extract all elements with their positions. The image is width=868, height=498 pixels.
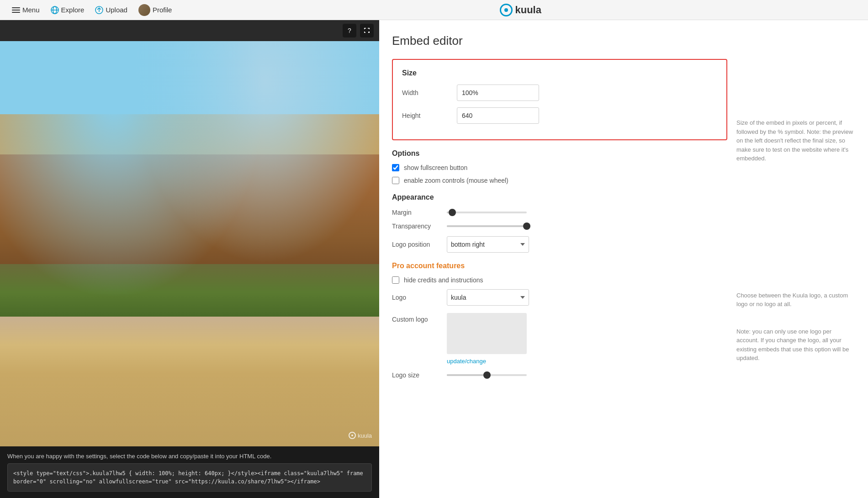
width-row: Width <box>402 85 717 101</box>
logo-select[interactable]: kuula custom none <box>447 289 529 306</box>
transparency-slider-thumb[interactable] <box>523 223 530 230</box>
watermark: kuula <box>349 432 372 439</box>
update-change-link[interactable]: update/change <box>447 358 486 365</box>
logo-row: Logo kuula custom none <box>392 289 727 306</box>
hide-credits-label[interactable]: hide credits and instructions <box>404 276 483 284</box>
pro-section: Pro account features hide credits and in… <box>392 262 727 379</box>
logo-upload-box[interactable] <box>447 313 527 354</box>
custom-logo-label: Custom logo <box>392 313 447 323</box>
size-section: Size Width Height <box>392 59 727 140</box>
custom-logo-note: Note: you can only use one logo per acco… <box>736 327 855 363</box>
margin-row: Margin <box>392 209 727 216</box>
kuula-logo-icon <box>500 4 513 16</box>
custom-logo-row: Custom logo update/change <box>392 313 727 365</box>
hide-credits-checkbox[interactable] <box>392 276 399 284</box>
watermark-text: kuula <box>358 432 372 439</box>
avatar <box>138 4 150 16</box>
explore-icon <box>51 6 59 14</box>
fullscreen-checkbox[interactable] <box>392 164 399 171</box>
logo-note-block: Choose between the Kuula logo, a custom … <box>736 291 855 309</box>
appearance-section: Appearance Margin Transparency <box>392 193 727 253</box>
width-input[interactable] <box>457 85 539 101</box>
editor-title: Embed editor <box>392 34 855 48</box>
transparency-label: Transparency <box>392 223 447 230</box>
height-row: Height <box>402 107 717 124</box>
menu-button[interactable]: Menu <box>7 4 44 16</box>
explore-label: Explore <box>61 6 85 14</box>
logo-size-slider-track <box>447 374 527 376</box>
margin-slider-track <box>447 212 527 213</box>
transparency-row: Transparency <box>392 223 727 230</box>
top-navigation: Menu Explore Upload Profile <box>0 0 868 20</box>
upload-label: Upload <box>106 6 127 14</box>
margin-slider-thumb[interactable] <box>449 209 456 216</box>
preview-code-area: When you are happy with the settings, se… <box>0 446 379 498</box>
nav-center: kuula <box>180 4 861 16</box>
zoom-label[interactable]: enable zoom controls (mouse wheel) <box>404 177 508 184</box>
custom-logo-note-block: Note: you can only use one logo per acco… <box>736 327 855 363</box>
size-note-block: Size of the embed in pixels or percent, … <box>736 118 855 163</box>
size-note: Size of the embed in pixels or percent, … <box>736 118 855 163</box>
upload-nav-item[interactable]: Upload <box>90 4 132 16</box>
logo-note: Choose between the Kuula logo, a custom … <box>736 291 855 309</box>
help-button[interactable]: ? <box>343 24 356 37</box>
code-hint: When you are happy with the settings, se… <box>7 453 372 460</box>
transparency-slider-track <box>447 225 527 227</box>
custom-logo-upload: update/change <box>447 313 527 365</box>
zoom-checkbox[interactable] <box>392 177 399 184</box>
logo-size-label: Logo size <box>392 371 447 379</box>
nav-left: Menu Explore Upload Profile <box>7 2 176 18</box>
fullscreen-label[interactable]: show fullscreen button <box>404 164 467 171</box>
height-input[interactable] <box>457 107 539 124</box>
logo-position-row: Logo position top left top right bottom … <box>392 236 727 253</box>
editor-panel: Embed editor Size Width Height <box>379 20 868 498</box>
preview-toolbar: ? <box>0 20 379 41</box>
logo-size-slider-thumb[interactable] <box>483 371 491 379</box>
logo-label: Logo <box>392 294 447 301</box>
logo-position-select[interactable]: top left top right bottom left bottom ri… <box>447 236 529 253</box>
margin-label: Margin <box>392 209 447 216</box>
kuula-logo-text: kuula <box>515 4 541 16</box>
size-title: Size <box>402 69 717 77</box>
hamburger-icon <box>12 7 20 13</box>
hide-credits-row: hide credits and instructions <box>392 276 727 284</box>
editor-columns: Size Width Height Options show f <box>392 59 855 388</box>
expand-icon <box>364 27 370 34</box>
preview-panel: ? kuula When you are happy with the sett… <box>0 20 379 498</box>
fullscreen-row: show fullscreen button <box>392 164 727 171</box>
profile-nav-item[interactable]: Profile <box>134 2 177 18</box>
editor-notes: Size of the embed in pixels or percent, … <box>736 59 855 388</box>
watermark-icon <box>349 432 356 439</box>
embed-code-box[interactable]: <style type="text/css">.kuula7lhw5 { wid… <box>7 463 372 492</box>
transparency-slider-fill <box>447 225 527 227</box>
editor-main: Size Width Height Options show f <box>392 59 727 388</box>
width-label: Width <box>402 89 457 96</box>
kuula-logo: kuula <box>500 4 541 16</box>
upload-icon <box>95 6 103 14</box>
logo-position-label: Logo position <box>392 241 447 248</box>
logo-size-slider-fill <box>447 374 487 376</box>
fullscreen-button[interactable] <box>360 24 374 37</box>
zoom-row: enable zoom controls (mouse wheel) <box>392 177 727 184</box>
main-layout: ? kuula When you are happy with the sett… <box>0 20 868 498</box>
logo-size-row: Logo size <box>392 371 727 379</box>
appearance-title: Appearance <box>392 193 727 201</box>
pro-title: Pro account features <box>392 262 727 270</box>
menu-label: Menu <box>22 6 40 14</box>
preview-image: kuula <box>0 41 379 446</box>
height-label: Height <box>402 112 457 119</box>
options-title: Options <box>392 149 727 158</box>
profile-label: Profile <box>153 6 172 14</box>
explore-nav-item[interactable]: Explore <box>46 4 89 16</box>
panorama-view <box>0 41 379 446</box>
options-section: Options show fullscreen button enable zo… <box>392 149 727 184</box>
